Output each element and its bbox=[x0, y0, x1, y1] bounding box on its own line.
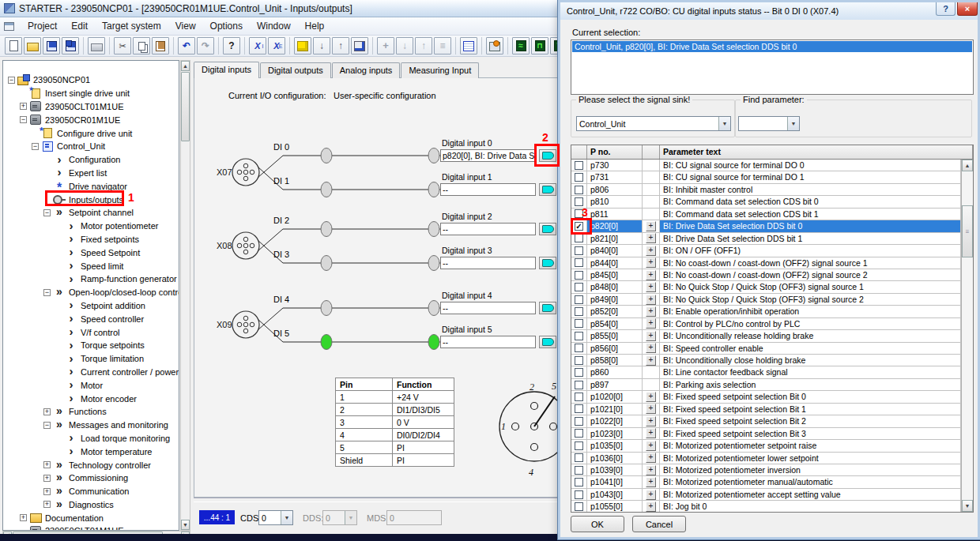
expand-button[interactable]: + bbox=[646, 306, 656, 317]
tree-item-inputs-outputs[interactable]: Inputs/outputs bbox=[3, 193, 179, 206]
expand-button[interactable]: + bbox=[646, 246, 656, 256]
insert-xe-button[interactable] bbox=[268, 37, 285, 54]
tree-expander[interactable]: − bbox=[43, 289, 51, 296]
param-row-p897[interactable]: p897BI: Parking axis selection bbox=[571, 379, 961, 391]
tree-item-expert-list[interactable]: Expert list bbox=[3, 167, 179, 180]
param-row-p855-0[interactable]: p855[0]+BI: Unconditionally release hold… bbox=[571, 330, 961, 342]
print-button[interactable] bbox=[88, 37, 105, 54]
tree-expander[interactable]: + bbox=[43, 488, 51, 495]
tree-expander[interactable]: − bbox=[43, 422, 51, 429]
param-checkbox[interactable] bbox=[575, 356, 583, 365]
param-row-p1022-0[interactable]: p1022[0]+BI: Fixed speed setpoint select… bbox=[571, 415, 961, 427]
scroll-up-icon[interactable]: ▲ bbox=[962, 160, 973, 171]
tree-expander[interactable]: + bbox=[43, 475, 51, 482]
tree-vertical-scrollbar[interactable]: ▲ ▼ bbox=[180, 60, 190, 531]
param-checkbox[interactable] bbox=[575, 381, 583, 389]
signal-select-button-4[interactable] bbox=[539, 302, 556, 314]
tree-item-messages-and-monitoring[interactable]: −Messages and monitoring bbox=[3, 419, 179, 432]
param-row-p1043-0[interactable]: p1043[0]+BI: Motorized potentiometer acc… bbox=[571, 489, 961, 501]
disconnect-button[interactable] bbox=[351, 37, 368, 54]
current-selection-item[interactable]: Control_Unit, p820[0], BI: Drive Data Se… bbox=[572, 41, 972, 52]
signal-select-button-3[interactable] bbox=[539, 257, 556, 269]
signal-sink-select[interactable]: Control_Unit ▼ bbox=[576, 116, 731, 131]
cancel-button[interactable]: Cancel bbox=[632, 516, 686, 532]
scroll-down-icon[interactable]: ▼ bbox=[962, 500, 973, 512]
tree-item-diagnostics[interactable]: +Diagnostics bbox=[3, 498, 179, 512]
tree-item-functions[interactable]: +Functions bbox=[3, 405, 179, 419]
expand-button[interactable]: + bbox=[646, 282, 656, 292]
param-checkbox[interactable] bbox=[575, 417, 583, 426]
param-checkbox[interactable] bbox=[575, 429, 583, 438]
help-button[interactable]: ? bbox=[936, 2, 956, 16]
expand-button[interactable]: + bbox=[646, 441, 656, 451]
current-selection-list[interactable]: Control_Unit, p820[0], BI: Drive Data Se… bbox=[571, 39, 974, 95]
tree-expander[interactable]: − bbox=[32, 143, 39, 150]
param-row-p849-0[interactable]: p849[0]+BI: No Quick Stop / Quick Stop (… bbox=[571, 294, 961, 306]
param-checkbox[interactable]: ✓ bbox=[575, 222, 583, 231]
copy-button[interactable] bbox=[133, 37, 150, 54]
tree-item-torque-setpoints[interactable]: Torque setpoints bbox=[3, 339, 179, 352]
expand-button[interactable]: + bbox=[646, 331, 656, 341]
expand-button[interactable]: + bbox=[646, 502, 656, 512]
expand-button[interactable]: + bbox=[646, 343, 656, 353]
param-row-p1020-0[interactable]: p1020[0]+BI: Fixed speed setpoint select… bbox=[571, 391, 961, 403]
param-checkbox[interactable] bbox=[575, 295, 583, 304]
menu-view[interactable]: View bbox=[168, 18, 203, 34]
download-button[interactable] bbox=[313, 37, 330, 54]
tree-item-commissioning[interactable]: +Commissioning bbox=[3, 471, 179, 485]
di-field-0[interactable]: p820[0], BI: Drive Data Set sele bbox=[440, 149, 536, 162]
param-row-p1035-0[interactable]: p1035[0]+BI: Motorized potentiometer set… bbox=[571, 440, 961, 452]
param-row-p731[interactable]: p731BI: CU signal source for terminal DO… bbox=[571, 171, 961, 183]
param-checkbox[interactable] bbox=[575, 234, 583, 242]
expand-button[interactable]: + bbox=[646, 416, 656, 426]
tree-item-technology-controller[interactable]: +Technology controller bbox=[3, 458, 179, 471]
expand-button[interactable]: + bbox=[646, 392, 656, 402]
expand-button[interactable]: + bbox=[646, 465, 656, 475]
param-row-p1055-0[interactable]: p1055[0]+BI: Jog bit 0 bbox=[571, 501, 961, 512]
tree-item-239050clt01m1ue[interactable]: +239050CLT01M1UE bbox=[3, 100, 179, 114]
trace-button[interactable] bbox=[512, 37, 530, 54]
param-row-p844-0[interactable]: p844[0]+BI: No coast-down / coast-down (… bbox=[571, 257, 961, 269]
param-checkbox[interactable] bbox=[575, 246, 583, 255]
param-checkbox[interactable] bbox=[575, 271, 583, 280]
param-row-p730[interactable]: p730BI: CU signal source for terminal DO… bbox=[571, 160, 961, 171]
menu-options[interactable]: Options bbox=[203, 18, 250, 34]
upload-button[interactable] bbox=[332, 37, 349, 54]
param-row-p1021-0[interactable]: p1021[0]+BI: Fixed speed setpoint select… bbox=[571, 404, 961, 415]
tree-item-v-f-control[interactable]: V/f control bbox=[3, 325, 179, 339]
open-button[interactable] bbox=[24, 37, 41, 54]
tree-item-fixed-setpoints[interactable]: Fixed setpoints bbox=[3, 233, 179, 246]
tree-expander[interactable]: − bbox=[8, 77, 15, 84]
param-row-p854-0[interactable]: p854[0]+BI: Control by PLC/no control by… bbox=[571, 318, 961, 330]
param-checkbox[interactable] bbox=[575, 173, 583, 182]
datasets-button[interactable] bbox=[460, 37, 477, 54]
param-checkbox[interactable] bbox=[575, 283, 583, 291]
expand-button[interactable]: + bbox=[646, 428, 656, 438]
tree-item-insert-single-drive-unit[interactable]: Insert single drive unit bbox=[3, 87, 179, 100]
commissioning-button[interactable] bbox=[486, 37, 503, 54]
param-row-p860[interactable]: p860BI: Line contactor feedback signal bbox=[571, 366, 961, 378]
tab-digital-inputs[interactable]: Digital inputs bbox=[194, 62, 259, 78]
tree-expander[interactable]: − bbox=[43, 209, 51, 216]
param-checkbox[interactable] bbox=[575, 441, 583, 450]
connect-button[interactable] bbox=[294, 37, 311, 54]
tab-analog-inputs[interactable]: Analog inputs bbox=[332, 62, 401, 78]
help-button[interactable] bbox=[223, 37, 240, 54]
save-button[interactable] bbox=[43, 37, 60, 54]
tree-item-motor[interactable]: Motor bbox=[3, 378, 179, 392]
paste-button[interactable] bbox=[152, 37, 169, 54]
param-row-p840-0[interactable]: p840[0]+BI: ON / OFF (OFF1) bbox=[571, 245, 961, 257]
param-row-p820-0[interactable]: ✓p820[0]+BI: Drive Data Set selection DD… bbox=[571, 220, 961, 232]
scroll-thumb[interactable] bbox=[181, 72, 190, 141]
expand-button[interactable]: + bbox=[646, 477, 656, 487]
signal-select-button-1[interactable] bbox=[539, 183, 556, 196]
tree-expander[interactable]: − bbox=[20, 116, 27, 123]
param-row-p1039-0[interactable]: p1039[0]+BI: Motorized potentiometer inv… bbox=[571, 464, 961, 476]
param-checkbox[interactable] bbox=[575, 209, 583, 218]
param-checkbox[interactable] bbox=[575, 368, 583, 377]
tree-expander[interactable]: + bbox=[20, 103, 27, 110]
param-checkbox[interactable] bbox=[575, 478, 583, 487]
new-button[interactable] bbox=[5, 37, 22, 54]
tree-item-documentation[interactable]: +Documentation bbox=[3, 511, 179, 524]
expand-button[interactable]: + bbox=[646, 404, 656, 414]
